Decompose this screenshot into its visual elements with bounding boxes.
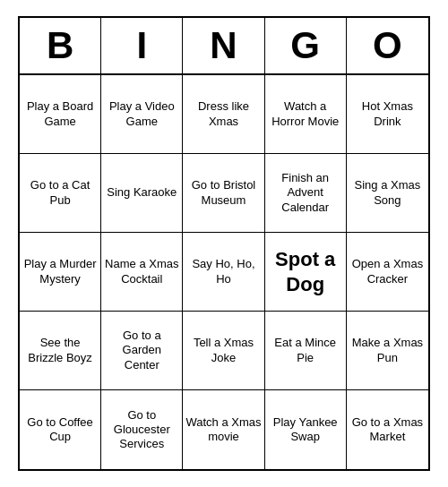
bingo-cell[interactable]: Make a Xmas Pun <box>347 312 428 390</box>
bingo-cell[interactable]: Go to a Cat Pub <box>20 154 101 233</box>
bingo-cell[interactable]: Sing a Xmas Song <box>347 154 428 233</box>
bingo-cell[interactable]: Sing Karaoke <box>101 154 183 233</box>
bingo-cell[interactable]: Spot a Dog <box>265 233 347 312</box>
bingo-cell[interactable]: Go to a Garden Center <box>101 312 183 390</box>
bingo-letter-g: G <box>265 18 347 73</box>
bingo-cell[interactable]: Dress like Xmas <box>183 75 264 154</box>
bingo-cell[interactable]: Open a Xmas Cracker <box>347 233 428 312</box>
bingo-cell[interactable]: Go to a Xmas Market <box>347 390 428 469</box>
bingo-cell[interactable]: Play Yankee Swap <box>265 390 347 469</box>
bingo-cell[interactable]: Play a Board Game <box>20 75 101 154</box>
bingo-grid: Play a Board GamePlay a Video GameDress … <box>20 75 428 469</box>
bingo-cell[interactable]: Name a Xmas Cocktail <box>101 233 183 312</box>
bingo-cell[interactable]: Hot Xmas Drink <box>347 75 428 154</box>
bingo-cell[interactable]: Finish an Advent Calendar <box>265 154 347 233</box>
bingo-letter-n: N <box>183 18 264 73</box>
bingo-cell[interactable]: Play a Murder Mystery <box>20 233 101 312</box>
bingo-letter-o: O <box>347 18 428 73</box>
bingo-cell[interactable]: Go to Bristol Museum <box>183 154 264 233</box>
bingo-cell[interactable]: See the Brizzle Boyz <box>20 312 101 390</box>
bingo-cell[interactable]: Watch a Xmas movie <box>183 390 264 469</box>
bingo-cell[interactable]: Play a Video Game <box>101 75 183 154</box>
bingo-cell[interactable]: Say Ho, Ho, Ho <box>183 233 264 312</box>
bingo-letter-i: I <box>101 18 183 73</box>
bingo-cell[interactable]: Watch a Horror Movie <box>265 75 347 154</box>
bingo-cell[interactable]: Tell a Xmas Joke <box>183 312 264 390</box>
bingo-cell[interactable]: Eat a Mince Pie <box>265 312 347 390</box>
bingo-card: BINGO Play a Board GamePlay a Video Game… <box>18 16 430 471</box>
bingo-header: BINGO <box>20 18 428 75</box>
bingo-cell[interactable]: Go to Coffee Cup <box>20 390 101 469</box>
bingo-cell[interactable]: Go to Gloucester Services <box>101 390 183 469</box>
bingo-letter-b: B <box>20 18 101 73</box>
